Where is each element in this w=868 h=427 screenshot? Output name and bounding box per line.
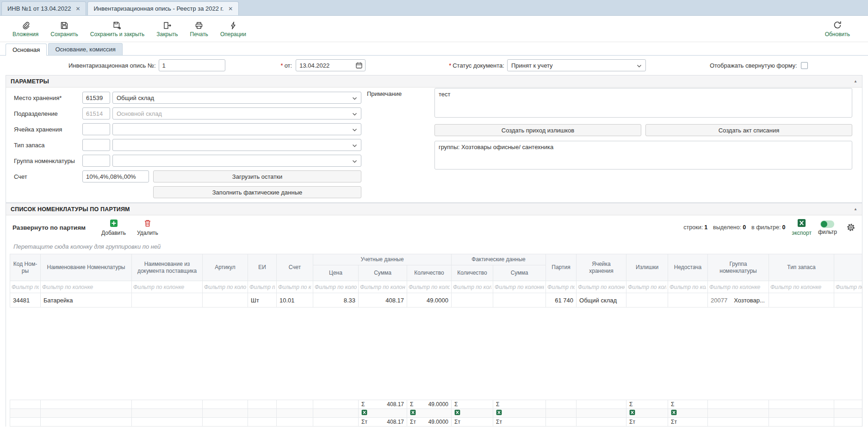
nomen-group-code-input[interactable]	[82, 155, 110, 167]
column-header-unit[interactable]: ЕИ	[248, 254, 277, 281]
filter-article-input[interactable]	[204, 283, 246, 292]
create-writeoff-button[interactable]: Создать акт списания	[645, 124, 852, 136]
create-surplus-button[interactable]: Создать приход излишков	[434, 124, 641, 136]
refresh-button[interactable]: Обновить	[819, 16, 856, 42]
save-button[interactable]: Сохранить	[44, 16, 84, 42]
collapse-arrow-icon[interactable]: ▲	[854, 79, 857, 83]
filter-actual-amount-input[interactable]	[495, 283, 544, 292]
filter-batch-input[interactable]	[547, 283, 575, 292]
filter-price-input[interactable]	[315, 283, 357, 292]
delete-row-button[interactable]: Удалить	[131, 219, 164, 236]
filter-amount-input[interactable]	[360, 283, 405, 292]
excel-sum-icon[interactable]	[671, 409, 677, 415]
column-header-nomen-group[interactable]: Группа номенклатуры	[708, 254, 769, 281]
filter-unit-input[interactable]	[249, 283, 275, 292]
main-toolbar: Вложения Сохранить Сохранить и закрыть З…	[0, 16, 868, 42]
cell-nomen-group: 20077Хозтовар...	[708, 293, 769, 308]
list-panel-header[interactable]: СПИСОК НОМЕНКЛАТУРЫ ПО ПАРТИЯМ ▲	[6, 203, 862, 215]
department-code-input	[82, 107, 110, 119]
column-header-supplier-name[interactable]: Наименование из документа поставщика	[132, 254, 203, 281]
column-header-surplus[interactable]: Излишки	[626, 254, 668, 281]
gear-icon[interactable]	[846, 223, 856, 232]
close-icon[interactable]: ✕	[228, 6, 233, 12]
column-header-extra[interactable]	[834, 254, 862, 281]
storage-place-code-input[interactable]	[82, 92, 110, 104]
filter-quantity-input[interactable]	[409, 283, 450, 292]
window-tab-registry[interactable]: Инвентаризационная опись - Реестр за 202…	[87, 1, 239, 15]
params-panel-header[interactable]: ПАРАМЕТРЫ ▲	[6, 75, 862, 88]
groups-textarea[interactable]: группы: Хозтовары офисные/ сантехника	[434, 141, 852, 170]
column-header-stock-type[interactable]: Тип запаса	[769, 254, 834, 281]
filter-name-input[interactable]	[42, 283, 130, 292]
column-header-price[interactable]: Цена	[313, 265, 359, 281]
filter-toggle[interactable]: фильтр	[818, 220, 837, 235]
column-header-batch[interactable]: Партия	[546, 254, 577, 281]
filter-stock-type-input[interactable]	[770, 283, 832, 292]
nomen-group-combo[interactable]	[112, 155, 361, 167]
column-header-article[interactable]: Артикул	[203, 254, 248, 281]
column-header-amount[interactable]: Сумма	[359, 265, 407, 281]
close-document-button[interactable]: Закрыть	[150, 16, 184, 42]
department-value: Основной склад	[117, 110, 162, 117]
filter-storage-cell-input[interactable]	[578, 283, 625, 292]
load-balances-button[interactable]: Загрузить остатки	[153, 170, 361, 182]
close-icon[interactable]: ✕	[75, 6, 80, 12]
column-header-actual-amount[interactable]: Сумма	[493, 265, 546, 281]
column-header-storage-cell[interactable]: Ячейка хранения	[577, 254, 626, 281]
column-header-code[interactable]: Код Ном-ры	[10, 254, 41, 281]
group-by-drop-zone[interactable]: Перетащите сюда колонку для группировки …	[6, 239, 862, 254]
excel-sum-icon[interactable]	[410, 409, 416, 415]
filter-code-input[interactable]	[12, 283, 39, 292]
storage-place-combo[interactable]: Общий склад	[112, 92, 361, 104]
stock-type-code-input[interactable]	[82, 139, 110, 151]
filter-nomen-group-input[interactable]	[709, 283, 767, 292]
window-tab-bar: ИНВ №1 от 13.04.2022 ✕ Инвентаризационна…	[0, 0, 868, 16]
cell-shortage	[668, 293, 708, 308]
total-actual-quantity: Σ	[452, 400, 493, 409]
fill-actual-row: Заполнить фактические данные	[6, 186, 367, 198]
totals-sum-t-row: Σт408.17 Σт49.0000 Σт Σт Σт Σт	[10, 418, 862, 427]
calendar-icon[interactable]	[355, 62, 363, 70]
fill-actual-button[interactable]: Заполнить фактические данные	[153, 186, 361, 198]
storage-cell-code-input[interactable]	[82, 123, 110, 135]
add-row-button[interactable]: Добавить	[96, 219, 131, 236]
stock-type-combo[interactable]	[112, 139, 361, 151]
account-input[interactable]	[82, 170, 149, 182]
table-row[interactable]: 34481 Батарейка Шт 10.01 8.33 408.17 49.…	[10, 293, 862, 308]
total-shortage: Σ	[668, 400, 708, 409]
storage-cell-combo[interactable]	[112, 123, 361, 135]
operations-button[interactable]: Операции	[214, 16, 252, 42]
excel-sum-icon[interactable]	[361, 409, 367, 415]
column-header-account[interactable]: Счет	[277, 254, 313, 281]
doc-status-label: Статус документа:	[453, 62, 504, 69]
doc-number-input[interactable]	[159, 59, 225, 71]
column-header-quantity[interactable]: Количество	[407, 265, 452, 281]
filter-actual-quantity-input[interactable]	[453, 283, 491, 292]
attachments-button[interactable]: Вложения	[6, 16, 44, 42]
filter-extra-input[interactable]	[836, 283, 862, 292]
excel-sum-icon[interactable]	[496, 409, 502, 415]
column-header-name[interactable]: Наименование Номенклатуры	[41, 254, 132, 281]
column-header-actual-quantity[interactable]: Количество	[452, 265, 493, 281]
print-button[interactable]: Печать	[184, 16, 214, 42]
filter-surplus-input[interactable]	[628, 283, 666, 292]
collapsed-form-checkbox[interactable]	[801, 62, 808, 69]
excel-sum-icon[interactable]	[629, 409, 635, 415]
plus-icon	[110, 219, 118, 229]
filter-supplier-name-input[interactable]	[133, 283, 201, 292]
doc-status-select[interactable]: Принят к учету	[507, 59, 646, 71]
column-header-shortage[interactable]: Недостача	[668, 254, 708, 281]
excel-sum-icon[interactable]	[454, 409, 460, 415]
note-textarea[interactable]: тест	[434, 88, 852, 118]
column-group-actual-data: Фактические данные	[452, 254, 546, 265]
filter-account-input[interactable]	[278, 283, 311, 292]
tab-main[interactable]: Основная	[6, 44, 47, 56]
export-excel-button[interactable]: экспорт	[792, 219, 812, 236]
doc-date-label: от:	[285, 62, 292, 69]
tab-basis-commission[interactable]: Основание, комиссия	[48, 43, 122, 55]
window-tab-document[interactable]: ИНВ №1 от 13.04.2022 ✕	[1, 1, 86, 15]
save-and-close-button[interactable]: Сохранить и закрыть	[84, 16, 150, 42]
selected-count: выделено:0	[713, 224, 746, 231]
collapse-arrow-icon[interactable]: ▲	[854, 207, 857, 211]
filter-shortage-input[interactable]	[670, 283, 706, 292]
